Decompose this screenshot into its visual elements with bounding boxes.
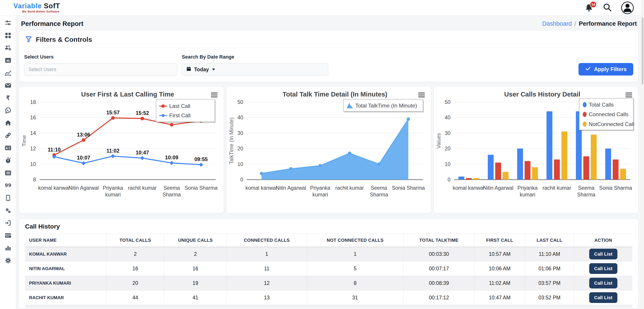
svg-text:15:52: 15:52 — [136, 110, 149, 116]
sidebar-item-credit-card[interactable] — [4, 232, 12, 240]
table-cell: NITIN AGARWAL — [25, 261, 106, 276]
mobile-icon — [4, 194, 12, 202]
call-list-button[interactable]: Call List — [589, 263, 618, 274]
table-cell: 2 — [164, 247, 227, 261]
users-gear-icon — [4, 44, 12, 52]
select-users-label: Select Users — [24, 54, 177, 60]
svg-text:User First & Last Calling Time: User First & Last Calling Time — [81, 90, 174, 98]
svg-text:rachit kumar: rachit kumar — [336, 185, 364, 191]
column-header: ACTION — [574, 234, 632, 247]
sidebar-item-id-card[interactable] — [4, 144, 12, 152]
svg-text:40: 40 — [445, 115, 450, 120]
apply-filters-button[interactable]: Apply Filters — [578, 63, 633, 75]
app-logo[interactable]: VariableSofT We Build Better Software — [14, 2, 60, 13]
link-icon — [4, 132, 12, 140]
id-card-icon — [4, 144, 12, 152]
svg-text:komal kanwar: komal kanwar — [453, 185, 485, 191]
chart-line-icon — [4, 69, 12, 77]
sidebar-item-chart-box[interactable] — [4, 57, 12, 64]
chart-menu-icon[interactable] — [624, 91, 633, 99]
svg-text:09:55: 09:55 — [194, 156, 208, 162]
sidebar-item-grid[interactable] — [4, 32, 12, 39]
sidebar-item-sign-in[interactable] — [4, 219, 12, 227]
apply-filters-label: Apply Filters — [594, 66, 626, 72]
sidebar-item-rupee[interactable]: ₹ — [4, 94, 12, 102]
svg-text:10:09: 10:09 — [165, 155, 178, 160]
sidebar-item-home[interactable] — [4, 119, 12, 127]
grid-icon — [4, 32, 12, 39]
filters-card: Filters & Controls Select Users Search B… — [19, 31, 638, 82]
notifications-button[interactable]: 10 — [584, 3, 594, 13]
logo-secondary-text: SofT — [44, 2, 60, 10]
sidebar-item-chart-line[interactable] — [4, 69, 12, 77]
svg-text:Priyanka: Priyanka — [310, 185, 330, 191]
sidebar-item-bar-chart[interactable] — [4, 245, 12, 252]
date-range-button[interactable]: Today — [182, 63, 328, 75]
breadcrumb: Dashboard / Performance Report — [542, 20, 637, 27]
svg-text:20: 20 — [445, 146, 450, 151]
call-list-button[interactable]: Call List — [589, 249, 618, 259]
svg-text:Sharma: Sharma — [370, 192, 388, 198]
svg-text:10: 10 — [30, 161, 36, 167]
svg-text:Nitin Agarwal: Nitin Agarwal — [276, 185, 306, 191]
scrollbar-thumb[interactable] — [642, 17, 644, 84]
table-cell: 5 — [307, 261, 404, 276]
svg-text:10:07: 10:07 — [77, 155, 90, 161]
avatar[interactable] — [621, 1, 634, 14]
table-cell: 00:07:17 — [404, 261, 474, 276]
date-range-value: Today — [194, 67, 209, 73]
svg-text:Sonia Sharma: Sonia Sharma — [185, 185, 218, 191]
chart-menu-icon[interactable] — [417, 91, 426, 99]
envelope-icon — [4, 82, 12, 90]
call-history-title: Call History — [25, 223, 632, 230]
gear-icon — [4, 257, 12, 265]
chart-menu-icon[interactable] — [210, 91, 219, 99]
svg-text:kumari: kumari — [520, 192, 535, 198]
table-cell: 11:02 AM — [474, 276, 525, 291]
table-cell: 11:10 AM — [525, 247, 574, 261]
table-cell: 00:17:12 — [404, 291, 474, 305]
svg-text:10: 10 — [238, 161, 243, 167]
sidebar-item-gear[interactable] — [4, 257, 12, 265]
sidebar-item-quotes[interactable]: 99 — [4, 182, 12, 189]
svg-text:18: 18 — [30, 99, 36, 105]
table-cell: 00:08:39 — [404, 276, 474, 291]
svg-text:kumari: kumari — [312, 192, 328, 198]
svg-text:99: 99 — [5, 183, 12, 188]
search-button[interactable] — [602, 2, 612, 13]
svg-text:14: 14 — [30, 130, 36, 136]
breadcrumb-dashboard-link[interactable]: Dashboard — [542, 20, 572, 27]
table-cell: 11 — [227, 261, 307, 276]
table-row: KOMAL KANWAR221100:03:3010:57 AM11:10 AM… — [25, 247, 632, 261]
table-cell: 01:06 PM — [525, 261, 574, 276]
sidebar-item-envelope[interactable] — [4, 82, 12, 89]
sidebar-item-users-gear[interactable] — [4, 44, 12, 52]
call-list-button[interactable]: Call List — [589, 292, 618, 303]
sidebar-item-link[interactable] — [4, 132, 12, 139]
table-cell: Call List — [574, 247, 632, 261]
sidebar-item-gears[interactable] — [4, 207, 12, 215]
svg-text:Time: Time — [22, 135, 27, 147]
svg-text:Sharma: Sharma — [162, 192, 181, 198]
column-header: TOTAL CALLS — [106, 234, 164, 247]
svg-text:30: 30 — [445, 130, 450, 136]
svg-text:Sonia Sharma: Sonia Sharma — [392, 185, 425, 191]
table-cell: 19 — [164, 276, 227, 291]
sidebar-item-whatsapp[interactable] — [4, 107, 12, 114]
sidebar-item-stopwatch[interactable] — [4, 157, 12, 164]
logo-primary-text: Variable — [14, 2, 42, 10]
date-range-label: Search By Date Range — [182, 54, 328, 60]
table-cell: 13 — [227, 291, 307, 305]
column-header: LAST CALL — [525, 234, 574, 247]
table-row: PRIYANKA KUMARI201912800:08:3911:02 AM03… — [25, 276, 632, 291]
call-list-button[interactable]: Call List — [589, 278, 618, 289]
sidebar-item-mobile[interactable] — [4, 194, 12, 202]
svg-text:Total Talk Time Detail (In Min: Total Talk Time Detail (In Minutes) — [282, 90, 387, 98]
sidebar-item-sliders[interactable] — [4, 19, 12, 27]
svg-text:Sonia Sharma: Sonia Sharma — [599, 185, 632, 191]
table-cell: 16 — [106, 261, 164, 276]
select-users-input[interactable] — [24, 63, 177, 75]
sidebar-item-list[interactable] — [4, 169, 12, 177]
svg-text:Priyanka: Priyanka — [518, 185, 538, 191]
table-cell: 16 — [164, 261, 227, 276]
